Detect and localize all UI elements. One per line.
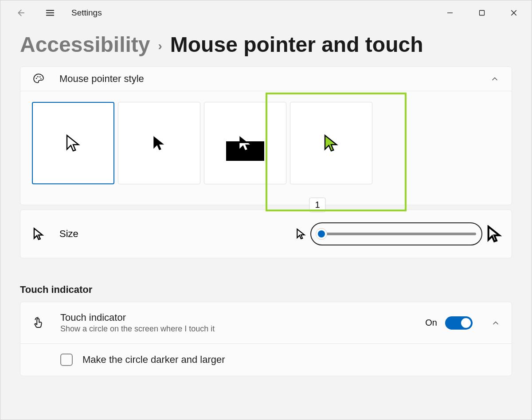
chevron-right-icon: › <box>158 39 162 53</box>
maximize-button[interactable] <box>466 3 498 23</box>
touch-toggle-group: On <box>425 316 473 330</box>
size-label: Size <box>59 228 281 240</box>
chevron-up-icon <box>490 74 499 83</box>
window-controls <box>434 3 530 23</box>
arrow-left-icon <box>15 8 25 18</box>
touch-indicator-row[interactable]: Touch indicator Show a circle on the scr… <box>20 302 512 343</box>
cursor-custom-icon <box>323 134 339 152</box>
close-icon <box>510 9 517 16</box>
pointer-style-header[interactable]: Mouse pointer style <box>20 67 512 91</box>
breadcrumb: Accessibility › Mouse pointer and touch <box>0 25 532 66</box>
minimize-button[interactable] <box>434 3 466 23</box>
toggle-state-label: On <box>425 318 437 328</box>
pointer-style-black[interactable] <box>118 102 200 184</box>
touch-icon <box>32 316 45 330</box>
chevron-up-icon[interactable] <box>491 319 500 327</box>
slider-thumb[interactable] <box>316 228 327 240</box>
pointer-style-options <box>20 91 512 205</box>
back-button[interactable] <box>11 4 29 22</box>
touch-indicator-title: Touch indicator <box>60 312 410 323</box>
pointer-style-card: Mouse pointer style <box>20 66 512 205</box>
close-button[interactable] <box>498 3 530 23</box>
cursor-small-icon <box>296 228 306 240</box>
touch-darker-row[interactable]: Make the circle darker and larger <box>20 343 512 376</box>
cursor-outline-icon <box>33 227 44 241</box>
size-controls: 1 <box>296 222 502 245</box>
svg-point-3 <box>39 76 41 78</box>
cursor-black-icon <box>152 135 166 152</box>
cursor-inverted-icon <box>238 135 252 152</box>
touch-indicator-description: Show a circle on the screen where I touc… <box>60 324 410 334</box>
svg-point-2 <box>37 76 39 78</box>
touch-indicator-toggle[interactable] <box>445 316 473 330</box>
app-title: Settings <box>71 8 102 18</box>
minimize-icon <box>447 10 453 16</box>
maximize-icon <box>479 10 485 16</box>
cursor-white-icon <box>65 134 81 152</box>
darker-checkbox[interactable] <box>60 354 73 366</box>
breadcrumb-parent[interactable]: Accessibility <box>20 32 150 57</box>
pointer-style-inverted[interactable] <box>204 102 286 184</box>
touch-indicator-card: Touch indicator Show a circle on the scr… <box>20 302 512 376</box>
hamburger-icon <box>45 8 55 18</box>
pointer-style-white[interactable] <box>32 102 114 184</box>
page-title: Mouse pointer and touch <box>170 32 423 57</box>
palette-icon <box>33 73 44 85</box>
slider-track <box>317 233 476 235</box>
touch-indicator-text: Touch indicator Show a circle on the scr… <box>60 312 410 334</box>
svg-point-4 <box>40 78 42 80</box>
svg-rect-0 <box>480 11 485 16</box>
pointer-style-label: Mouse pointer style <box>59 73 475 85</box>
titlebar-left: Settings <box>11 4 102 22</box>
menu-button[interactable] <box>41 4 59 22</box>
svg-point-1 <box>36 78 37 79</box>
slider-tooltip: 1 <box>309 198 325 212</box>
touch-section-heading: Touch indicator <box>20 284 512 296</box>
darker-checkbox-label: Make the circle darker and larger <box>82 354 225 366</box>
size-card: Size 1 <box>20 210 512 258</box>
titlebar: Settings <box>0 0 532 25</box>
cursor-large-icon <box>487 225 502 243</box>
size-slider[interactable]: 1 <box>310 222 482 245</box>
pointer-style-custom[interactable] <box>290 102 372 184</box>
